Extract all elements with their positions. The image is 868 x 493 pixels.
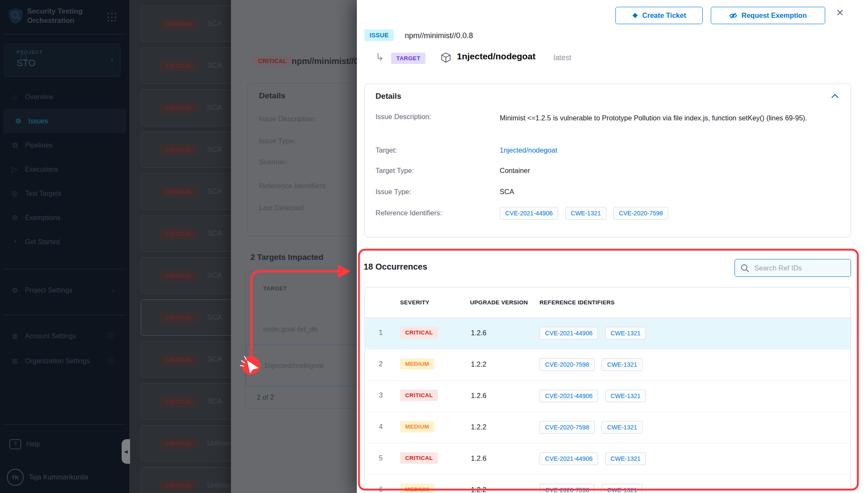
package-icon: [440, 52, 452, 65]
sidebar-user[interactable]: TK Teja Kummarikuntla: [0, 468, 129, 487]
sidebar-nav-item[interactable]: Get Started: [0, 230, 129, 254]
issue-list-row[interactable]: CRITICAL SCA: [141, 131, 231, 168]
issue-list-row[interactable]: CRITICAL Unknown: [141, 467, 231, 493]
reference-chip[interactable]: CVE-2020-7598: [613, 207, 668, 220]
severity-badge: CRITICAL: [160, 354, 198, 365]
reference-chip[interactable]: CVE-2021-44906: [540, 327, 598, 340]
search-input[interactable]: [754, 260, 849, 276]
nav-icon: [11, 238, 19, 246]
occurrence-row[interactable]: 3 CRITICAL 1.2.6 CVE-2021-44906 CWE-1321: [365, 381, 851, 412]
issue-list-row[interactable]: CRITICAL SCA: [141, 341, 231, 378]
issue-list-row[interactable]: CRITICAL SCA: [141, 173, 231, 210]
reference-chip[interactable]: CWE-1321: [565, 207, 606, 220]
module-grid-icon[interactable]: [107, 13, 117, 22]
chevron-up-icon[interactable]: [831, 92, 839, 100]
reference-chip[interactable]: CWE-1321: [601, 358, 643, 371]
request-exemption-button[interactable]: Request Exemption: [711, 7, 825, 24]
details-card: Details Issue Description: Issue Type: S…: [247, 83, 357, 237]
project-selector[interactable]: PROJECT STO ›: [4, 44, 120, 77]
field-label: Scanner:: [259, 158, 288, 167]
close-icon[interactable]: ✕: [834, 6, 846, 19]
target-row[interactable]: node.goat-bd_dh: [263, 325, 318, 334]
button-label: Request Exemption: [741, 11, 807, 19]
issue-title: npm//minimist//0.0.8: [405, 31, 473, 40]
reference-chip[interactable]: CVE-2021-44906: [500, 207, 558, 220]
sidebar-item-organization-settings[interactable]: Organization Settings ⓘ: [0, 352, 129, 370]
reference-chip[interactable]: CWE-1321: [605, 327, 646, 340]
sidebar-nav-item[interactable]: Overview: [0, 85, 129, 109]
info-icon: ⓘ: [108, 357, 114, 365]
issue-description: Minimist <=1.2.5 is vulnerable to Protot…: [500, 113, 835, 123]
occurrence-row[interactable]: 6 MEDIUM 1.2.2 CVE-2020-7598 CWE-1321: [365, 475, 851, 493]
reference-chip[interactable]: CWE-1321: [601, 421, 643, 434]
reference-chips: CVE-2021-44906 CWE-1321 CVE-2020-7598: [500, 207, 673, 220]
avatar: TK: [7, 469, 24, 486]
issue-list-row[interactable]: CRITICAL SCA: [141, 299, 231, 336]
issue-list-row[interactable]: CRITICAL SCA: [141, 383, 231, 420]
nav-label: Exemptions: [25, 214, 61, 222]
target-row[interactable]: 1njected/nodegoat: [264, 362, 323, 370]
issue-list-row[interactable]: CRITICAL SCA: [141, 6, 231, 42]
details-heading: Details: [259, 91, 285, 100]
issue-list-row[interactable]: CRITICAL Unknown: [141, 425, 231, 462]
occurrences-heading: 18 Occurrences: [364, 262, 427, 272]
chevron-right-icon: ›: [112, 287, 114, 294]
sub-item-arrow-icon: ↳: [376, 51, 384, 63]
divider: [3, 424, 126, 425]
reference-chip[interactable]: CVE-2020-7598: [540, 358, 595, 371]
target-column-header: TARGET: [263, 285, 287, 292]
column-header: REFERENCE IDENTIFIERS: [540, 299, 615, 306]
field-label: Issue Description:: [259, 115, 316, 123]
row-number: 6: [379, 486, 383, 493]
target-name: 1njected/nodegoat: [457, 51, 536, 61]
reference-chip[interactable]: CWE-1321: [601, 484, 643, 493]
button-label: Create Ticket: [642, 11, 686, 19]
sidebar-item-account-settings[interactable]: Account Settings ⓘ: [0, 327, 129, 345]
targets-impacted-heading: 2 Targets Impacted: [250, 253, 323, 262]
reference-chip[interactable]: CWE-1321: [605, 390, 646, 402]
sidebar-item-help[interactable]: ? Help: [0, 435, 129, 454]
issue-list-row[interactable]: CRITICAL SCA: [141, 215, 231, 252]
target-link[interactable]: 1njected/nodegoat: [500, 146, 557, 154]
severity-badge: CRITICAL: [160, 480, 198, 491]
sidebar-collapse-toggle[interactable]: ◀: [122, 439, 130, 464]
field-label: Target Type:: [376, 167, 414, 175]
upgrade-version: 1.2.2: [471, 360, 487, 368]
reference-chip[interactable]: CVE-2020-7598: [540, 421, 595, 434]
reference-chips: CVE-2020-7598 CWE-1321: [540, 484, 648, 493]
sidebar-nav-item[interactable]: Issues: [3, 109, 126, 133]
sidebar-nav-item[interactable]: Pipelines: [0, 133, 129, 157]
nav-icon: [11, 141, 19, 150]
reference-chip[interactable]: CVE-2021-44906: [540, 390, 598, 402]
issue-detail-drawer: CRITICAL npm//minimist//0.0.8 Details Is…: [231, 0, 357, 493]
upgrade-version: 1.2.2: [471, 486, 487, 493]
divider: [3, 269, 126, 270]
table-body: 1 CRITICAL 1.2.6 CVE-2021-44906 CWE-1321…: [365, 318, 851, 493]
target-tag: latest: [554, 53, 571, 62]
issues-list-panel: CRITICAL SCA CRITICAL SCA CRITICAL SCA C…: [129, 0, 231, 493]
app-title: Security Testing Orchestration: [27, 7, 108, 25]
occurrence-row[interactable]: 5 CRITICAL 1.2.6 CVE-2021-44906 CWE-1321: [365, 443, 851, 475]
field-label: Issue Type:: [376, 188, 411, 196]
reference-chip[interactable]: CWE-1321: [605, 452, 646, 465]
issue-list-row[interactable]: CRITICAL SCA: [141, 47, 231, 84]
severity-badge: MEDIUM: [400, 484, 434, 493]
sidebar-nav-item[interactable]: Executions: [0, 157, 129, 181]
search-box: [734, 259, 851, 277]
occurrence-row[interactable]: 1 CRITICAL 1.2.6 CVE-2021-44906 CWE-1321: [365, 318, 851, 349]
issue-type: SCA: [207, 313, 222, 322]
issue-badge: ISSUE: [364, 29, 394, 41]
sidebar-nav-item[interactable]: Test Targets: [0, 181, 129, 206]
issue-list-row[interactable]: CRITICAL SCA: [141, 257, 231, 294]
reference-chip[interactable]: CVE-2021-44906: [540, 452, 598, 465]
reference-chip[interactable]: CVE-2020-7598: [540, 484, 595, 493]
sidebar-item-project-settings[interactable]: Project Settings ›: [0, 281, 129, 300]
occurrence-row[interactable]: 2 MEDIUM 1.2.2 CVE-2020-7598 CWE-1321: [365, 349, 851, 381]
occurrence-row[interactable]: 4 MEDIUM 1.2.2 CVE-2020-7598 CWE-1321: [365, 412, 851, 443]
field-label: Issue Description:: [376, 113, 431, 121]
sidebar-nav-item[interactable]: Exemptions: [0, 206, 129, 230]
create-ticket-button[interactable]: Create Ticket: [615, 7, 703, 24]
search-icon: [740, 264, 750, 273]
issue-list-row[interactable]: CRITICAL SCA: [141, 89, 231, 126]
details-heading: Details: [376, 92, 401, 101]
